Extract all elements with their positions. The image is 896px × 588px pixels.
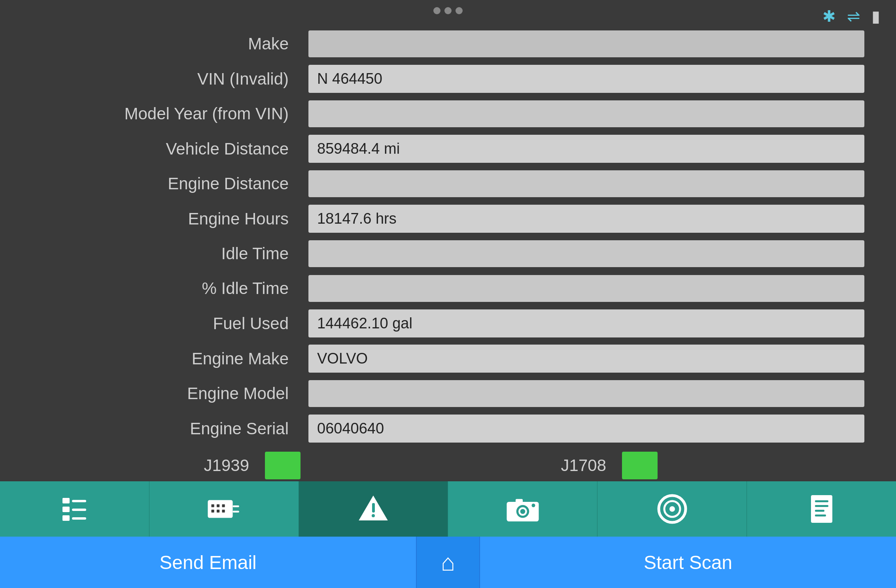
report-icon: [808, 493, 836, 525]
svg-rect-30: [815, 510, 824, 512]
svg-rect-28: [815, 500, 828, 502]
top-dots: [433, 7, 463, 14]
camera-icon: [505, 493, 541, 525]
engine-hours-row: Engine Hours 18147.6 hrs: [32, 205, 864, 233]
top-icons: ✱ ⇌ ▮: [822, 7, 880, 25]
vin-value: N 464450: [308, 65, 864, 93]
nav-obd[interactable]: [149, 481, 299, 537]
content-area: Make VIN (Invalid) N 464450 Model Year (…: [0, 18, 896, 507]
engine-make-label: Engine Make: [32, 349, 308, 368]
engine-distance-label: Engine Distance: [32, 174, 308, 193]
fuel-used-label: Fuel Used: [32, 314, 308, 333]
vin-row: VIN (Invalid) N 464450: [32, 65, 864, 93]
model-year-value: [308, 100, 864, 127]
signal-icon: ⇌: [847, 7, 860, 25]
svg-rect-6: [208, 500, 233, 518]
tire-icon: [656, 493, 688, 525]
svg-rect-0: [62, 498, 70, 503]
bottom-nav: [0, 481, 896, 537]
j1708-label: J1708: [527, 456, 606, 475]
j1939-section: J1939: [32, 452, 448, 479]
engine-hours-label: Engine Hours: [32, 209, 308, 228]
svg-rect-31: [815, 514, 826, 516]
engine-model-value: [308, 380, 864, 407]
warning-icon: [357, 493, 389, 525]
nav-warning[interactable]: [299, 481, 448, 537]
svg-rect-1: [72, 500, 86, 502]
svg-rect-4: [62, 515, 70, 521]
engine-serial-value: 06040640: [308, 415, 864, 443]
vehicle-distance-row: Vehicle Distance 859484.4 mi: [32, 135, 864, 163]
svg-rect-5: [72, 517, 86, 520]
nav-report[interactable]: [747, 481, 896, 537]
j1939-indicator: [265, 452, 301, 479]
engine-serial-label: Engine Serial: [32, 419, 308, 438]
idle-time-label: Idle Time: [32, 244, 308, 263]
vin-label: VIN (Invalid): [32, 70, 308, 89]
engine-model-label: Engine Model: [32, 384, 308, 403]
home-button[interactable]: ⌂: [417, 537, 480, 588]
svg-rect-29: [815, 505, 828, 507]
engine-model-row: Engine Model: [32, 380, 864, 407]
start-scan-button[interactable]: Start Scan: [480, 537, 896, 588]
engine-make-value: VOLVO: [308, 345, 864, 373]
svg-rect-2: [62, 507, 70, 512]
j-row: J1939 J1708: [32, 450, 864, 481]
make-value: [308, 30, 864, 57]
j1708-indicator: [622, 452, 658, 479]
obd-icon: [206, 493, 242, 525]
fuel-used-row: Fuel Used 144462.10 gal: [32, 309, 864, 337]
pct-idle-time-value: [308, 275, 864, 302]
svg-rect-27: [811, 495, 832, 523]
engine-make-row: Engine Make VOLVO: [32, 345, 864, 373]
top-bar: ✱ ⇌ ▮: [0, 0, 896, 18]
idle-time-value: [308, 240, 864, 267]
j1939-label: J1939: [170, 456, 249, 475]
fuel-used-value: 144462.10 gal: [308, 309, 864, 337]
engine-distance-row: Engine Distance: [32, 170, 864, 198]
engine-serial-row: Engine Serial 06040640: [32, 415, 864, 443]
engine-distance-value: [308, 170, 864, 197]
svg-rect-16: [372, 503, 375, 513]
model-year-label: Model Year (from VIN): [32, 104, 308, 123]
checklist-icon: [59, 493, 90, 525]
vehicle-distance-value: 859484.4 mi: [308, 135, 864, 163]
pct-idle-time-label: % Idle Time: [32, 279, 308, 298]
svg-rect-10: [212, 510, 214, 513]
svg-rect-13: [233, 505, 239, 507]
battery-icon: ▮: [871, 7, 880, 25]
model-year-row: Model Year (from VIN): [32, 100, 864, 128]
action-bar: Send Email ⌂ Start Scan: [0, 537, 896, 588]
idle-time-row: Idle Time: [32, 240, 864, 268]
nav-checklist[interactable]: [0, 481, 149, 537]
dot-3: [456, 7, 463, 14]
nav-tire[interactable]: [597, 481, 747, 537]
svg-point-26: [669, 506, 675, 512]
engine-hours-value: 18147.6 hrs: [308, 205, 864, 233]
svg-point-21: [520, 509, 526, 514]
pct-idle-time-row: % Idle Time: [32, 275, 864, 302]
dot-1: [433, 7, 440, 14]
dot-2: [444, 7, 452, 14]
svg-point-23: [531, 504, 535, 507]
home-icon: ⌂: [441, 549, 455, 576]
svg-rect-12: [222, 510, 225, 513]
svg-rect-22: [516, 499, 523, 503]
make-row: Make: [32, 30, 864, 58]
vehicle-distance-label: Vehicle Distance: [32, 139, 308, 158]
svg-rect-3: [72, 509, 86, 511]
svg-rect-11: [217, 510, 219, 513]
svg-rect-14: [233, 511, 239, 513]
nav-camera[interactable]: [448, 481, 597, 537]
j1708-section: J1708: [448, 452, 864, 479]
svg-point-17: [372, 514, 375, 517]
send-email-button[interactable]: Send Email: [0, 537, 417, 588]
bluetooth-icon: ✱: [822, 7, 836, 25]
svg-rect-9: [222, 504, 225, 507]
make-label: Make: [32, 34, 308, 53]
svg-rect-8: [217, 504, 219, 507]
svg-rect-7: [212, 504, 214, 507]
